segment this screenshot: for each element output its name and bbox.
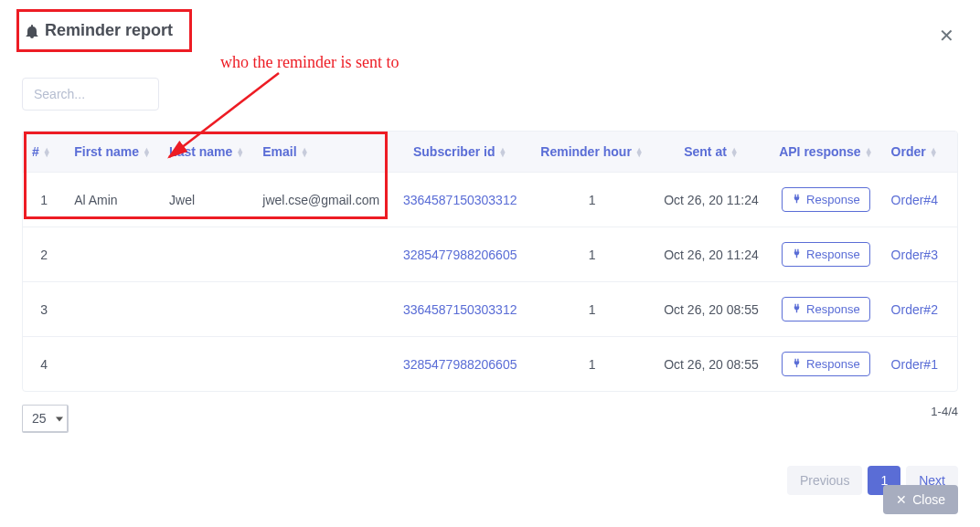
- col-header-email[interactable]: Email▲▼: [253, 132, 389, 173]
- plug-icon: [792, 302, 802, 316]
- col-header-order[interactable]: Order▲▼: [882, 132, 957, 173]
- sort-icon: ▲▼: [301, 148, 309, 157]
- order-link[interactable]: Order#1: [891, 357, 938, 372]
- col-header-reminder-hour[interactable]: Reminder hour▲▼: [531, 132, 653, 173]
- order-link[interactable]: Order#2: [891, 302, 938, 317]
- subscriber-link[interactable]: 3285477988206605: [403, 248, 517, 262]
- cell-sent-at: Oct 26, 20 11:24: [653, 173, 770, 227]
- modal-header: Reminder report ✕: [22, 18, 958, 52]
- sort-icon: ▲▼: [730, 148, 739, 157]
- cell-api-response: Response: [770, 282, 881, 337]
- close-button[interactable]: ✕ Close: [883, 485, 958, 514]
- cell-last-name: [160, 227, 253, 282]
- cell-reminder-hour: 1: [531, 173, 653, 227]
- table-row: 1Al AminJweljwel.cse@gmail.com3364587150…: [23, 173, 957, 227]
- cell-order: Order#4: [882, 173, 957, 227]
- cell-sent-at: Oct 26, 20 08:55: [653, 282, 770, 337]
- sort-icon: ▲▼: [635, 148, 644, 157]
- cell-api-response: Response: [770, 173, 881, 227]
- close-button-label: Close: [912, 492, 945, 507]
- cell-email: jwel.cse@gmail.com: [253, 173, 389, 227]
- col-header-num[interactable]: #▲▼: [23, 132, 65, 173]
- order-link[interactable]: Order#4: [891, 193, 938, 207]
- cell-last-name: [160, 337, 253, 392]
- response-button[interactable]: Response: [782, 187, 870, 212]
- plug-icon: [792, 357, 802, 371]
- search-input[interactable]: [22, 78, 159, 111]
- page-size-wrap: 25: [22, 405, 69, 433]
- cell-api-response: Response: [770, 227, 881, 282]
- report-table: #▲▼ First name▲▼ Last name▲▼ Email▲▼ Sub…: [22, 131, 958, 392]
- x-icon: ✕: [896, 492, 907, 507]
- cell-num: 4: [23, 337, 65, 392]
- cell-first-name: [65, 282, 160, 337]
- cell-num: 2: [23, 227, 65, 282]
- cell-subscriber-id: 3285477988206605: [389, 337, 531, 392]
- subscriber-link[interactable]: 3364587150303312: [403, 193, 517, 207]
- cell-last-name: Jwel: [160, 173, 253, 227]
- search-container: [22, 78, 958, 111]
- sort-icon: ▲▼: [498, 148, 506, 157]
- cell-email: [253, 282, 389, 337]
- col-header-first-name[interactable]: First name▲▼: [65, 132, 160, 173]
- cell-reminder-hour: 1: [531, 227, 653, 282]
- cell-order: Order#1: [882, 337, 957, 392]
- col-header-sent-at[interactable]: Sent at▲▼: [653, 132, 770, 173]
- title-highlight-box: Reminder report: [16, 9, 192, 52]
- reminder-report-modal: Reminder report ✕ #▲▼ First name▲▼ Last …: [0, 0, 980, 513]
- col-header-api-response[interactable]: API response▲▼: [770, 132, 881, 173]
- subscriber-link[interactable]: 3364587150303312: [403, 302, 517, 317]
- page-size-select[interactable]: 25: [22, 405, 69, 433]
- cell-email: [253, 337, 389, 392]
- cell-email: [253, 227, 389, 282]
- table-row: 232854779882066051Oct 26, 20 11:24Respon…: [23, 227, 957, 282]
- cell-order: Order#3: [882, 227, 957, 282]
- sort-icon: ▲▼: [865, 148, 873, 157]
- col-header-subscriber-id[interactable]: Subscriber id▲▼: [389, 132, 531, 173]
- cell-reminder-hour: 1: [531, 337, 653, 392]
- response-button[interactable]: Response: [782, 242, 870, 267]
- table-row: 333645871503033121Oct 26, 20 08:55Respon…: [23, 282, 957, 337]
- plug-icon: [792, 193, 802, 206]
- cell-sent-at: Oct 26, 20 11:24: [653, 227, 770, 282]
- sort-icon: ▲▼: [143, 148, 151, 157]
- sort-icon: ▲▼: [43, 148, 51, 157]
- cell-reminder-hour: 1: [531, 282, 653, 337]
- order-link[interactable]: Order#3: [891, 248, 938, 262]
- response-button[interactable]: Response: [782, 297, 870, 321]
- cell-first-name: Al Amin: [65, 173, 160, 227]
- cell-num: 3: [23, 282, 65, 337]
- modal-title: Reminder report: [45, 21, 173, 40]
- plug-icon: [792, 248, 802, 261]
- cell-subscriber-id: 3285477988206605: [389, 227, 531, 282]
- col-header-last-name[interactable]: Last name▲▼: [160, 132, 253, 173]
- cell-subscriber-id: 3364587150303312: [389, 173, 531, 227]
- cell-first-name: [65, 337, 160, 392]
- table-row: 432854779882066051Oct 26, 20 08:55Respon…: [23, 337, 957, 392]
- cell-subscriber-id: 3364587150303312: [389, 282, 531, 337]
- cell-api-response: Response: [770, 337, 881, 392]
- cell-last-name: [160, 282, 253, 337]
- modal-footer: ✕ Close: [883, 485, 958, 514]
- subscriber-link[interactable]: 3285477988206605: [403, 357, 517, 372]
- previous-button[interactable]: Previous: [787, 466, 862, 495]
- table-header-row: #▲▼ First name▲▼ Last name▲▼ Email▲▼ Sub…: [23, 132, 957, 173]
- close-icon[interactable]: ✕: [935, 23, 958, 48]
- cell-order: Order#2: [882, 282, 957, 337]
- response-button[interactable]: Response: [782, 352, 870, 376]
- table-footer: 25 1-4/4: [22, 405, 958, 433]
- cell-first-name: [65, 227, 160, 282]
- cell-num: 1: [23, 173, 65, 227]
- sort-icon: ▲▼: [236, 148, 244, 157]
- pager: Previous 1 Next: [22, 466, 958, 495]
- cell-sent-at: Oct 26, 20 08:55: [653, 337, 770, 392]
- sort-icon: ▲▼: [930, 148, 938, 157]
- range-text: 1-4/4: [931, 405, 958, 418]
- bell-icon: [25, 24, 39, 38]
